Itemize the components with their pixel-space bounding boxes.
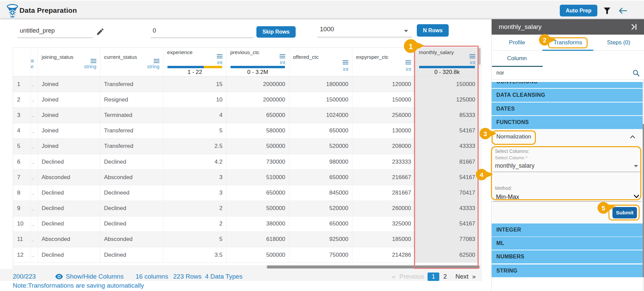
category-integer[interactable]: INTEGER <box>492 223 643 237</box>
cell-expyrsper_ctc: 256000 <box>352 108 415 123</box>
transform-search[interactable]: nor <box>492 67 644 80</box>
pagination-page-2[interactable]: 2 <box>443 273 447 280</box>
cell-expyrsper_ctc: 208000 <box>352 139 415 154</box>
column-menu-icon[interactable] <box>217 54 222 58</box>
column-name: offered_ctc <box>293 54 318 60</box>
method-select-value[interactable]: Min-Max <box>496 194 519 201</box>
cell-hidden: .. <box>31 92 38 107</box>
pagination-last-icon[interactable]: » <box>472 273 476 280</box>
cell-expyrsper_ctc: 260000 <box>352 201 415 216</box>
collapse-accordion-icon[interactable] <box>630 135 635 138</box>
cell-expyrsper_ctc: 325000 <box>352 216 415 232</box>
cell-joining_status: Declined <box>38 154 100 169</box>
column-menu-icon[interactable] <box>154 59 159 63</box>
panel-scrollbar-thumb[interactable] <box>643 124 644 277</box>
column-header-experience[interactable]: experienceint1 - 22 <box>163 48 227 76</box>
submit-button[interactable]: Submit <box>612 207 637 218</box>
column-header-joining_status[interactable]: joining_statusstring <box>38 48 100 76</box>
column-header-monthly_salary[interactable]: monthly_salaryint0 - 320.8k <box>415 48 479 76</box>
grid-horizontal-scrollbar[interactable] <box>13 265 481 269</box>
method-select-caret-icon[interactable] <box>634 195 639 198</box>
eye-icon[interactable] <box>55 274 63 280</box>
pagination-first-icon[interactable]: « <box>392 273 396 280</box>
tab-transforms[interactable]: Transforms <box>542 35 593 50</box>
cell-monthly_salary: 150000 <box>415 77 479 92</box>
cell-hidden: .. <box>31 201 38 216</box>
pagination-previous[interactable]: Previous <box>399 273 424 280</box>
tab-steps[interactable]: Steps (0) <box>593 35 644 50</box>
column-menu-icon[interactable] <box>31 59 34 63</box>
table-row: 10..DeclinedDeclined23800006500003250005… <box>13 216 481 232</box>
cell-expyrsper_ctc: 233333 <box>352 154 415 169</box>
column-range: 0 - 3.2M <box>227 69 289 76</box>
n-rows-select[interactable]: 1000 <box>317 26 412 37</box>
pagination-next[interactable]: Next <box>455 273 468 280</box>
category-string[interactable]: STRING <box>492 264 643 278</box>
cell-previous_ctc: 500000 <box>227 247 289 262</box>
panel-column-name: monthly_salary <box>499 23 542 31</box>
cell-expyrsper_ctc: 120000 <box>352 77 415 92</box>
cell-previous_ctc: 2000000 <box>227 92 289 107</box>
skip-rows-button[interactable]: Skip Rows <box>256 26 296 38</box>
table-row: 6..DeclinedDeclined4.2730000980000233333… <box>13 154 481 170</box>
table-row: 11..AbscondedAbsconded561800092500018500… <box>13 232 481 247</box>
cell-hidden: .. <box>31 139 38 154</box>
grid-vertical-scrollbar-thumb[interactable] <box>479 48 481 65</box>
column-menu-icon[interactable] <box>280 54 285 58</box>
column-header-current_status[interactable]: current_statusstring <box>100 48 163 76</box>
panel-scrollbar[interactable] <box>643 80 644 291</box>
tab-column[interactable]: Column <box>507 55 527 62</box>
show-hide-columns-button[interactable]: Show/Hide Columns <box>66 273 123 280</box>
column-header-expyrsper_ctc[interactable]: expyrsper_ctcint <box>352 48 415 76</box>
grid-horizontal-scrollbar-thumb[interactable] <box>267 265 480 268</box>
category-conversions[interactable]: CONVERSIONS <box>492 82 643 88</box>
column-header-hidden[interactable]: e <box>31 48 38 76</box>
column-select-underline <box>493 172 641 172</box>
edit-pencil-icon[interactable] <box>96 28 104 36</box>
cell-monthly_salary: 54167 <box>415 123 479 138</box>
skip-rows-input[interactable]: 0 <box>151 27 253 38</box>
cell-hidden: .. <box>31 185 38 200</box>
tab-profile[interactable]: Profile <box>492 35 542 50</box>
column-select-value[interactable]: monthly_salary <box>495 162 535 169</box>
cell-experience: 4.2 <box>163 154 227 169</box>
column-header-offered_ctc[interactable]: offered_ctcint <box>289 48 352 76</box>
table-row: 12..DeclinedDeclined3.550000075000021428… <box>13 247 481 263</box>
cell-joining_status: Declined <box>38 185 100 200</box>
column-menu-icon[interactable] <box>343 60 348 65</box>
table-row: 8..DeclinedDeclineed36500008450002816677… <box>13 185 481 201</box>
transform-normalization[interactable]: Normalization <box>492 129 643 145</box>
collapse-panel-icon[interactable] <box>631 24 637 30</box>
cell-expyrsper_ctc: 185000 <box>352 232 415 247</box>
category-numbers[interactable]: NUMBERS <box>492 250 643 263</box>
grid-vertical-scrollbar[interactable] <box>478 48 481 269</box>
filter-icon[interactable] <box>603 7 611 14</box>
rows-stat: 223 Rows <box>173 273 202 280</box>
data-types-stat: 4 Data Types <box>205 273 243 280</box>
cell-row_num: 4 <box>13 123 31 138</box>
cell-monthly_salary: 125000 <box>415 92 479 107</box>
cell-monthly_salary: 62500 <box>415 247 479 262</box>
back-arrow-icon[interactable] <box>618 7 628 14</box>
cell-current_status: Absconded <box>100 232 163 247</box>
n-rows-button[interactable]: N Rows <box>417 24 449 37</box>
category-ml[interactable]: ML <box>492 237 643 250</box>
category-dates[interactable]: DATES <box>492 102 643 116</box>
category-data-cleansing[interactable]: DATA CLEANSING <box>492 89 643 102</box>
prep-name-input[interactable]: untitled_prep <box>17 27 93 38</box>
cell-previous_ctc: 618000 <box>227 232 289 247</box>
column-menu-icon[interactable] <box>469 54 475 58</box>
column-transforms-panel: monthly_salary Profile Transforms Steps … <box>491 19 644 291</box>
column-select-caret-icon[interactable] <box>634 165 638 167</box>
auto-prep-button[interactable]: Auto Prep <box>560 5 597 16</box>
panel-header: monthly_salary <box>492 19 644 35</box>
cell-experience: 2.5 <box>163 139 227 154</box>
column-header-previous_ctc[interactable]: previous_ctcint0 - 3.2M <box>227 48 289 76</box>
cell-hidden: .. <box>31 232 38 247</box>
pagination-page-1[interactable]: 1 <box>428 273 439 281</box>
column-histogram <box>419 66 475 68</box>
cell-offered_ctc: 925000 <box>289 232 352 247</box>
category-functions[interactable]: FUNCTIONS <box>492 116 643 129</box>
column-menu-icon[interactable] <box>405 60 411 65</box>
column-menu-icon[interactable] <box>91 59 96 63</box>
